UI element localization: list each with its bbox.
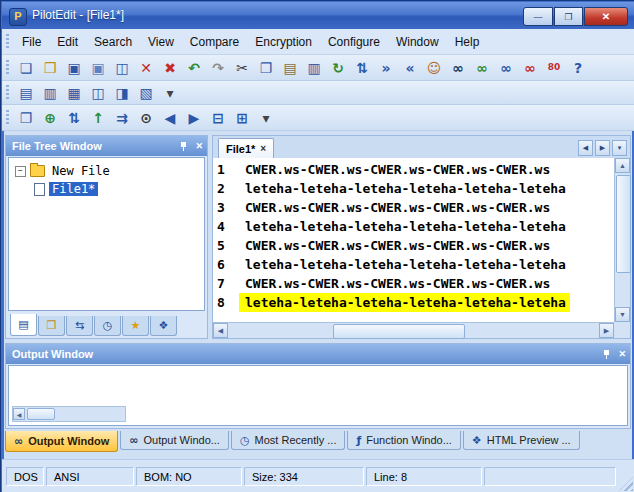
- tab-output-window[interactable]: ∞Output Window: [5, 431, 118, 452]
- code-text[interactable]: CWER.ws-CWER.ws-CWER.ws-CWER.ws-CWER.ws: [239, 198, 554, 217]
- user-account-button[interactable]: ☺: [422, 56, 446, 80]
- scroll-up-icon[interactable]: ▲: [615, 158, 630, 173]
- file-tree-header[interactable]: File Tree Window ✕: [6, 136, 207, 156]
- editor-horizontal-scrollbar[interactable]: ◀ ▶: [213, 322, 614, 338]
- expand-all-button[interactable]: ⊞: [230, 106, 254, 130]
- output-pin-icon[interactable]: [602, 349, 611, 360]
- output-header[interactable]: Output Window ✕: [6, 344, 630, 364]
- undo-button[interactable]: ↶: [182, 56, 206, 80]
- more-tools-button[interactable]: ▾: [254, 106, 278, 130]
- output-close-icon[interactable]: ✕: [618, 344, 626, 364]
- menu-grip-handle[interactable]: [6, 34, 9, 50]
- output-scroll-thumb[interactable]: [27, 408, 55, 420]
- code-text[interactable]: leteha-leteha-leteha-leteha-leteha-leteh…: [239, 255, 570, 274]
- vertical-scroll-thumb[interactable]: [616, 175, 631, 273]
- reload-file-button[interactable]: ↻: [326, 56, 350, 80]
- tree-item-label[interactable]: New File: [49, 164, 113, 178]
- tree-item[interactable]: −New File: [9, 162, 204, 180]
- maximize-button[interactable]: ❐: [554, 7, 583, 26]
- toggle-ftp-window-button[interactable]: ▥: [38, 81, 62, 105]
- code-text[interactable]: leteha-leteha-leteha-leteha-leteha-leteh…: [239, 179, 570, 198]
- find-next-button[interactable]: ∞: [470, 56, 494, 80]
- find-button[interactable]: ∞: [446, 56, 470, 80]
- indent-lines-button[interactable]: ⇉: [110, 106, 134, 130]
- open-documents-tab[interactable]: ❖: [150, 316, 177, 336]
- close-button[interactable]: ✕: [584, 7, 628, 26]
- tab-scroll-left-button[interactable]: ◀: [578, 140, 593, 156]
- code-text[interactable]: leteha-leteha-leteha-leteha-leteha-leteh…: [239, 217, 570, 236]
- toggle-document-tabs-button[interactable]: ▧: [134, 81, 158, 105]
- toolbar-options-button[interactable]: ▾: [158, 81, 182, 105]
- tab-scroll-right-button[interactable]: ▶: [595, 140, 610, 156]
- close-file-button[interactable]: ✕: [134, 56, 158, 80]
- previous-difference-button[interactable]: «: [398, 56, 422, 80]
- code-text[interactable]: CWER.ws-CWER.ws-CWER.ws-CWER.ws-CWER.ws: [239, 236, 554, 255]
- open-file-button[interactable]: ❒: [38, 56, 62, 80]
- favorites-tab[interactable]: ★: [122, 316, 149, 336]
- folders-tab[interactable]: ❒: [38, 316, 65, 336]
- cut-button[interactable]: ✂: [230, 56, 254, 80]
- menu-file[interactable]: File: [14, 31, 49, 53]
- tab-output-window-2[interactable]: ∞Output Windo...: [120, 431, 229, 450]
- minimize-button[interactable]: —: [523, 7, 553, 26]
- menu-view[interactable]: View: [140, 31, 182, 53]
- tab-most-recently-used[interactable]: ◷Most Recently ...: [231, 431, 346, 450]
- tab-list-button[interactable]: ▾: [612, 140, 627, 156]
- output-horizontal-scrollbar[interactable]: ◀: [12, 406, 126, 422]
- shift-right-button[interactable]: ▶: [182, 106, 206, 130]
- toggle-file-tree-window-button[interactable]: ▤: [14, 81, 38, 105]
- recent-files-tab[interactable]: ◷: [94, 316, 121, 336]
- file-tree-tab[interactable]: ▤: [10, 314, 37, 336]
- tree-item-label[interactable]: File1*: [49, 182, 98, 196]
- split-window-vertical-button[interactable]: ◨: [110, 81, 134, 105]
- close-all-files-button[interactable]: ✖: [158, 56, 182, 80]
- menu-search[interactable]: Search: [86, 31, 140, 53]
- horizontal-scroll-thumb[interactable]: [333, 324, 465, 339]
- editor-text-area[interactable]: 1CWER.ws-CWER.ws-CWER.ws-CWER.ws-CWER.ws…: [213, 158, 614, 322]
- copy-button[interactable]: ❐: [254, 56, 278, 80]
- paste-button[interactable]: ▤: [278, 56, 302, 80]
- sort-ascending-button[interactable]: ⇅: [62, 106, 86, 130]
- open-in-browser-button[interactable]: ⊕: [38, 106, 62, 130]
- code-text[interactable]: CWER.ws-CWER.ws-CWER.ws-CWER.ws-CWER.ws: [239, 160, 554, 179]
- toolbar1-grip-handle[interactable]: [6, 60, 9, 76]
- toggle-output-window-button[interactable]: ▦: [62, 81, 86, 105]
- menu-compare[interactable]: Compare: [182, 31, 247, 53]
- menu-configure[interactable]: Configure: [320, 31, 388, 53]
- collapse-all-button[interactable]: ⊟: [206, 106, 230, 130]
- code-text[interactable]: leteha-leteha-leteha-leteha-leteha-leteh…: [239, 293, 570, 312]
- tab-function-window[interactable]: ƒFunction Windo...: [347, 431, 460, 450]
- menu-window[interactable]: Window: [388, 31, 447, 53]
- editor-vertical-scrollbar[interactable]: ▲ ▼: [614, 158, 630, 322]
- redo-button[interactable]: ↷: [206, 56, 230, 80]
- copy-line-button[interactable]: ❐: [14, 106, 38, 130]
- select-block-button[interactable]: ▥: [302, 56, 326, 80]
- menu-edit[interactable]: Edit: [49, 31, 86, 53]
- next-difference-button[interactable]: »: [374, 56, 398, 80]
- tab-close-icon[interactable]: ×: [260, 143, 266, 154]
- save-file-button[interactable]: ▣: [62, 56, 86, 80]
- menu-help[interactable]: Help: [447, 31, 488, 53]
- sort-lines-button[interactable]: ⇅: [350, 56, 374, 80]
- save-all-button[interactable]: ◫: [110, 56, 134, 80]
- scroll-down-icon[interactable]: ▼: [615, 307, 630, 322]
- tree-item[interactable]: File1*: [9, 180, 204, 198]
- save-as-button[interactable]: ▣: [86, 56, 110, 80]
- output-scroll-left-icon[interactable]: ◀: [13, 408, 25, 420]
- toolbar3-grip-handle[interactable]: [6, 110, 9, 126]
- move-line-up-button[interactable]: ↑: [86, 106, 110, 130]
- split-window-horizontal-button[interactable]: ◫: [86, 81, 110, 105]
- column-80-button[interactable]: 80: [542, 56, 566, 80]
- tree-expander-icon[interactable]: −: [15, 166, 26, 177]
- document-tab-file1[interactable]: File1* ×: [218, 138, 274, 158]
- find-in-files-button[interactable]: ∞: [494, 56, 518, 80]
- replace-button[interactable]: ∞: [518, 56, 542, 80]
- menu-encryption[interactable]: Encryption: [247, 31, 320, 53]
- toolbar2-grip-handle[interactable]: [6, 85, 9, 101]
- code-text[interactable]: CWER.ws-CWER.ws-CWER.ws-CWER.ws-CWER.ws: [239, 274, 554, 293]
- help-button[interactable]: ?: [566, 56, 590, 80]
- new-file-button[interactable]: ❏: [14, 56, 38, 80]
- scroll-left-icon[interactable]: ◀: [213, 323, 228, 338]
- shift-left-button[interactable]: ◀: [158, 106, 182, 130]
- panel-close-icon[interactable]: ✕: [195, 136, 203, 156]
